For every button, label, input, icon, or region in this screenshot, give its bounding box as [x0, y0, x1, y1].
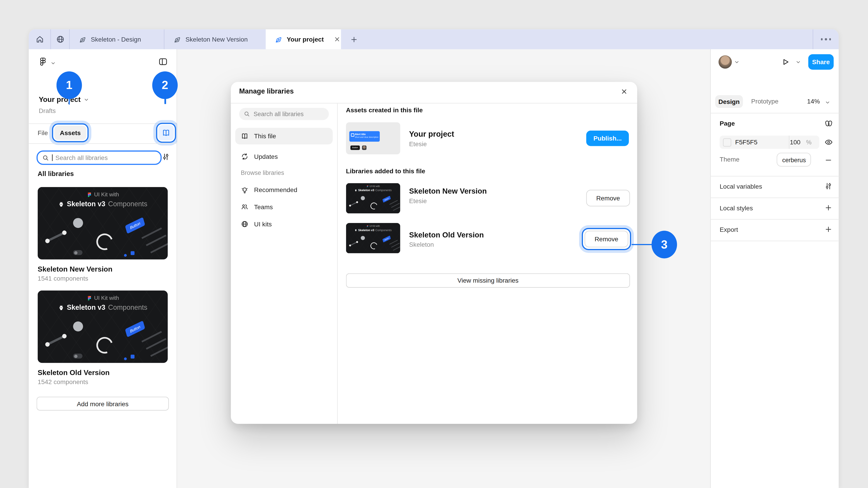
divider: [711, 219, 839, 220]
nav-teams[interactable]: Teams: [235, 199, 333, 215]
modal-search-placeholder: Search all libraries: [254, 111, 304, 117]
plus-icon: [825, 225, 833, 234]
library-card-skeleton-new-version[interactable]: UI Kit with Skeleton v3Components Button: [38, 187, 168, 282]
remove-library-button[interactable]: Remove: [585, 231, 628, 247]
local-styles-section[interactable]: Local styles: [720, 205, 753, 211]
file-tab-skeleton-new-version[interactable]: Skeleton New Version: [164, 29, 266, 49]
zoom-chevron[interactable]: [825, 100, 830, 105]
thumb-caption-components: Components: [108, 200, 147, 208]
close-modal-button[interactable]: [620, 88, 628, 96]
account-chevron[interactable]: [734, 59, 739, 65]
remove-theme-button[interactable]: [825, 156, 833, 164]
annotation-3-stem: [631, 244, 653, 245]
color-swatch[interactable]: [723, 138, 731, 147]
thumb-alert-title: Alert title: [355, 133, 380, 136]
project-row: Alert title Short and clear description …: [346, 122, 400, 154]
modal-search-input[interactable]: Search all libraries: [239, 108, 329, 120]
sliders-icon: [162, 153, 170, 161]
theme-label: Theme: [720, 156, 740, 163]
refresh-icon: [241, 153, 248, 160]
annotation-2-balloon: 2: [152, 71, 178, 99]
home-tab-button[interactable]: [29, 29, 51, 49]
open-variables-button[interactable]: [825, 182, 833, 191]
remove-library-button[interactable]: Remove: [586, 190, 630, 206]
file-tab-skeleton-design[interactable]: Skeleton - Design: [70, 29, 164, 49]
divider: [789, 135, 789, 149]
library-card-skeleton-old-version[interactable]: UI Kit with Skeleton v3Components Button: [38, 291, 168, 385]
nav-ui-kits[interactable]: UI kits: [235, 216, 333, 232]
library-row-skeleton-new-version: UI Kit with Skeleton v3Components Button: [346, 183, 400, 214]
tab-file[interactable]: File: [38, 129, 48, 136]
thumb-button-shape: Button: [382, 196, 391, 203]
annotation-3-balloon: 3: [651, 231, 677, 258]
share-button[interactable]: Share: [808, 54, 834, 70]
page-color-hex[interactable]: F5F5F5: [735, 139, 757, 145]
tab-assets[interactable]: Assets: [54, 126, 86, 140]
minus-icon: [825, 156, 833, 164]
libraries-button[interactable]: [158, 125, 174, 140]
divider: [337, 103, 338, 424]
theme-dropdown[interactable]: cerberus: [777, 153, 811, 166]
book-icon: [241, 132, 248, 140]
library-count: 1541 components: [38, 275, 168, 282]
local-variables-section[interactable]: Local variables: [720, 183, 762, 190]
chevron-down-icon: [51, 60, 56, 66]
library-thumbnail: UI Kit with Skeleton v3Components Button: [38, 187, 168, 260]
remove-label: Remove: [596, 195, 620, 201]
library-author: Etesie: [409, 197, 531, 204]
thumb-slider-shape: [47, 335, 65, 345]
thumb-caption-kit: UI Kit with: [370, 185, 380, 188]
thumb-alert-desc: Short and clear description: [355, 136, 380, 138]
export-section[interactable]: Export: [720, 226, 738, 233]
add-style-button[interactable]: [825, 203, 833, 212]
ellipsis-icon: [821, 38, 823, 40]
present-button[interactable]: [781, 58, 790, 66]
tab-prototype[interactable]: Prototype: [751, 98, 778, 104]
project-author: Etesie: [409, 140, 520, 147]
view-missing-libraries-button[interactable]: View missing libraries: [346, 273, 630, 288]
thumb-accordion-shape: [391, 203, 400, 208]
thumb-spinner-shape: [94, 231, 116, 253]
library-thumbnail: UI Kit with Skeleton v3Components Button: [38, 291, 168, 363]
thumb-mini-avatar: [362, 145, 367, 150]
library-row-skeleton-old-version: UI Kit with Skeleton v3Components Button: [346, 223, 400, 254]
page-color-row[interactable]: F5F5F5 100 %: [720, 135, 819, 149]
user-avatar[interactable]: [719, 55, 732, 69]
minimize-ui-button[interactable]: [158, 57, 168, 66]
close-tab-icon[interactable]: [333, 35, 341, 43]
page-styles-button[interactable]: [825, 119, 833, 128]
main-menu-chevron[interactable]: [51, 60, 56, 66]
divider: [711, 240, 839, 241]
publish-button[interactable]: Publish...: [586, 131, 629, 146]
add-export-button[interactable]: [825, 225, 833, 234]
page-color-opacity[interactable]: 100: [790, 139, 800, 145]
toggle-visibility-button[interactable]: [825, 138, 833, 147]
window-menu-button[interactable]: [813, 29, 839, 49]
canvas[interactable]: Manage libraries Search all libraries Th…: [177, 49, 710, 488]
theme-value: cerberus: [782, 156, 806, 163]
thumb-toggle-shape: [73, 250, 83, 255]
file-tab-your-project-active[interactable]: Your project: [266, 29, 341, 49]
page-section-header: Page: [720, 120, 735, 127]
play-icon: [781, 58, 790, 66]
nav-recommended[interactable]: Recommended: [235, 182, 333, 198]
nav-updates[interactable]: Updates: [235, 148, 333, 165]
file-name-chevron[interactable]: [84, 97, 89, 102]
add-more-libraries-button[interactable]: Add more libraries: [37, 397, 169, 411]
thumb-caption-kit: UI Kit with: [94, 295, 119, 301]
panel-toggle-icon: [158, 57, 168, 66]
new-tab-button[interactable]: [345, 29, 362, 49]
all-libraries-header: All libraries: [38, 170, 74, 177]
search-libraries-input[interactable]: Search all libraries: [37, 151, 162, 165]
chevron-down-icon: [796, 59, 801, 65]
filter-libraries-button[interactable]: [162, 153, 170, 161]
zoom-level[interactable]: 14%: [807, 98, 820, 104]
nav-this-file[interactable]: This file: [235, 128, 333, 144]
thumb-caption-brand: Skeleton v3: [358, 189, 374, 192]
present-chevron[interactable]: [796, 59, 801, 65]
main-menu-button[interactable]: [38, 57, 48, 66]
tab-design[interactable]: Design: [715, 95, 743, 108]
users-icon: [241, 203, 248, 211]
community-tab-button[interactable]: [51, 29, 69, 49]
skull-icon: [58, 304, 64, 311]
